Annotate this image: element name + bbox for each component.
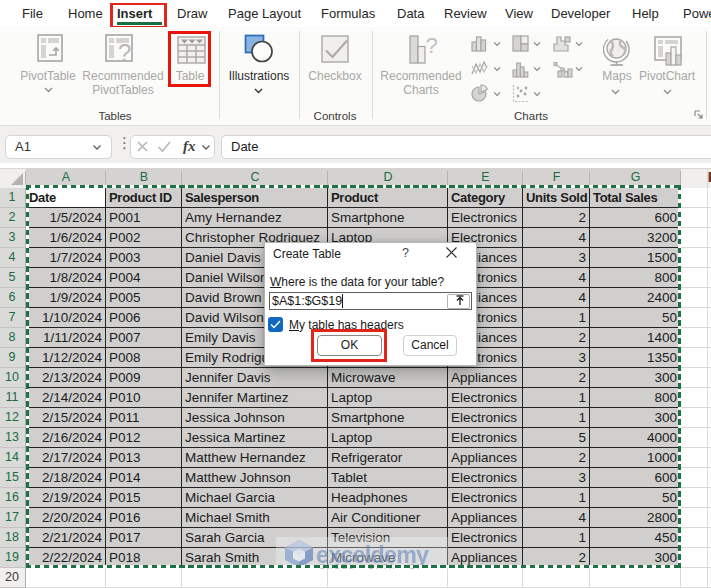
- svg-text:?: ?: [426, 34, 438, 58]
- svg-text:?: ?: [118, 39, 131, 63]
